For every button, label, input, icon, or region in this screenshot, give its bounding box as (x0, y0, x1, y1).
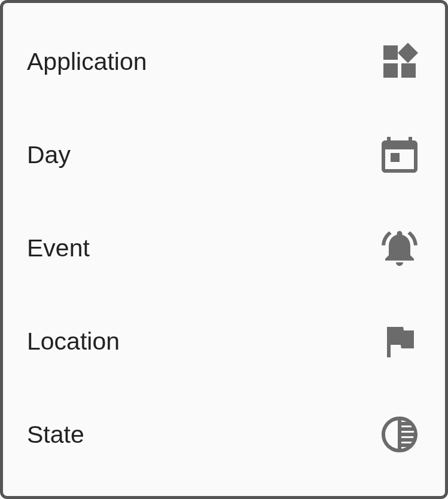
calendar-icon (378, 133, 421, 176)
menu-item-day[interactable]: Day (21, 108, 427, 201)
menu-item-label: Day (27, 141, 71, 169)
menu-item-state[interactable]: State (21, 388, 427, 481)
menu-item-time[interactable]: Time (21, 481, 427, 499)
flag-icon (378, 320, 421, 363)
menu-item-event[interactable]: Event (21, 201, 427, 295)
widgets-icon (378, 40, 421, 83)
menu-item-label: Event (27, 234, 90, 262)
tonality-icon (378, 413, 421, 456)
menu-item-location[interactable]: Location (21, 295, 427, 388)
menu-item-label: Location (27, 327, 120, 356)
menu-item-label: State (27, 421, 84, 449)
menu-item-application[interactable]: Application (21, 15, 427, 108)
menu-list: Application Day Event Location State Tim… (0, 0, 448, 499)
menu-item-label: Application (27, 48, 147, 76)
bell-icon (378, 226, 421, 270)
